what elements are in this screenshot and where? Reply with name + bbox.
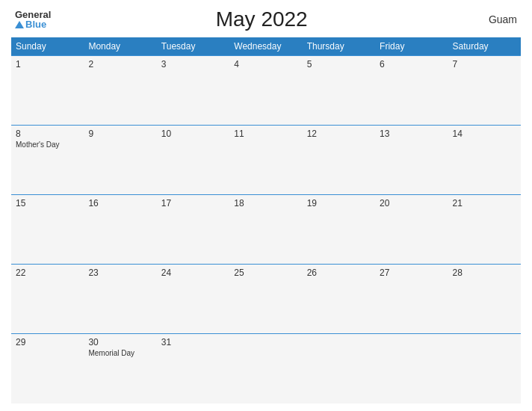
calendar-week-row: 2930Memorial Day31 xyxy=(11,334,521,404)
day-number: 6 xyxy=(380,59,443,69)
calendar-cell: 7 xyxy=(448,56,521,126)
calendar-cell: 31 xyxy=(157,334,229,404)
day-number: 27 xyxy=(380,268,443,278)
day-number: 10 xyxy=(161,129,225,139)
logo-triangle-icon xyxy=(15,21,24,28)
calendar-cell: 6 xyxy=(375,56,448,126)
day-number: 5 xyxy=(307,59,371,69)
header-thursday: Thursday xyxy=(303,37,375,56)
calendar-cell: 14 xyxy=(448,126,521,195)
logo-blue-label: Blue xyxy=(25,19,46,29)
day-number: 3 xyxy=(161,59,225,69)
calendar-cell: 23 xyxy=(84,265,156,334)
calendar-week-row: 8Mother's Day91011121314 xyxy=(11,126,521,195)
calendar-cell xyxy=(375,334,448,404)
day-number: 9 xyxy=(88,129,152,139)
calendar-cell: 5 xyxy=(303,56,375,126)
calendar-cell: 21 xyxy=(448,195,521,265)
header-sunday: Sunday xyxy=(11,37,84,56)
event-label: Memorial Day xyxy=(88,349,152,357)
day-number: 25 xyxy=(234,268,297,278)
day-number: 24 xyxy=(161,268,225,278)
day-number: 19 xyxy=(307,198,371,208)
calendar-cell: 24 xyxy=(157,265,229,334)
calendar-cell xyxy=(448,334,521,404)
calendar-cell xyxy=(303,334,375,404)
calendar-cell: 30Memorial Day xyxy=(84,334,156,404)
header-tuesday: Tuesday xyxy=(157,37,229,56)
calendar-cell xyxy=(229,334,302,404)
day-number: 12 xyxy=(307,129,371,139)
day-number: 31 xyxy=(161,337,225,347)
calendar-cell: 18 xyxy=(229,195,302,265)
day-number: 13 xyxy=(380,129,443,139)
day-number: 18 xyxy=(234,198,297,208)
day-number: 7 xyxy=(453,59,516,69)
header-friday: Friday xyxy=(375,37,448,56)
day-number: 15 xyxy=(16,198,79,208)
calendar-cell: 26 xyxy=(303,265,375,334)
calendar-week-row: 22232425262728 xyxy=(11,265,521,334)
calendar-cell: 25 xyxy=(229,265,302,334)
calendar-cell: 8Mother's Day xyxy=(11,126,84,195)
calendar-cell: 13 xyxy=(375,126,448,195)
calendar-cell: 12 xyxy=(303,126,375,195)
calendar-wrapper: General Blue May 2022 Guam Sunday Monday… xyxy=(0,0,532,411)
calendar-cell: 19 xyxy=(303,195,375,265)
day-number: 16 xyxy=(88,198,152,208)
calendar-cell: 28 xyxy=(448,265,521,334)
day-number: 2 xyxy=(88,59,152,69)
calendar-cell: 15 xyxy=(11,195,84,265)
calendar-cell: 2 xyxy=(84,56,156,126)
calendar-cell: 4 xyxy=(229,56,302,126)
day-number: 14 xyxy=(453,129,516,139)
calendar-week-row: 1234567 xyxy=(11,56,521,126)
weekday-header-row: Sunday Monday Tuesday Wednesday Thursday… xyxy=(11,37,521,56)
calendar-cell: 9 xyxy=(84,126,156,195)
day-number: 30 xyxy=(88,337,152,347)
day-number: 28 xyxy=(453,268,516,278)
day-number: 29 xyxy=(16,337,79,347)
day-number: 17 xyxy=(161,198,225,208)
header-saturday: Saturday xyxy=(448,37,521,56)
logo: General Blue xyxy=(15,10,51,29)
day-number: 23 xyxy=(88,268,152,278)
calendar-cell: 27 xyxy=(375,265,448,334)
calendar-header: General Blue May 2022 Guam xyxy=(11,7,521,31)
calendar-week-row: 15161718192021 xyxy=(11,195,521,265)
calendar-cell: 10 xyxy=(157,126,229,195)
calendar-cell: 11 xyxy=(229,126,302,195)
month-title: May 2022 xyxy=(51,7,472,31)
calendar-cell: 29 xyxy=(11,334,84,404)
logo-blue-text: Blue xyxy=(15,19,46,29)
calendar-cell: 22 xyxy=(11,265,84,334)
day-number: 4 xyxy=(234,59,297,69)
header-wednesday: Wednesday xyxy=(229,37,302,56)
day-number: 26 xyxy=(307,268,371,278)
day-number: 21 xyxy=(453,198,516,208)
calendar-table: Sunday Monday Tuesday Wednesday Thursday… xyxy=(11,37,521,404)
day-number: 1 xyxy=(16,59,79,69)
calendar-cell: 20 xyxy=(375,195,448,265)
header-monday: Monday xyxy=(84,37,156,56)
calendar-cell: 1 xyxy=(11,56,84,126)
day-number: 8 xyxy=(16,129,79,139)
day-number: 11 xyxy=(234,129,297,139)
day-number: 22 xyxy=(16,268,79,278)
calendar-cell: 17 xyxy=(157,195,229,265)
day-number: 20 xyxy=(380,198,443,208)
calendar-cell: 16 xyxy=(84,195,156,265)
calendar-cell: 3 xyxy=(157,56,229,126)
event-label: Mother's Day xyxy=(16,140,79,149)
region-label: Guam xyxy=(472,13,517,25)
